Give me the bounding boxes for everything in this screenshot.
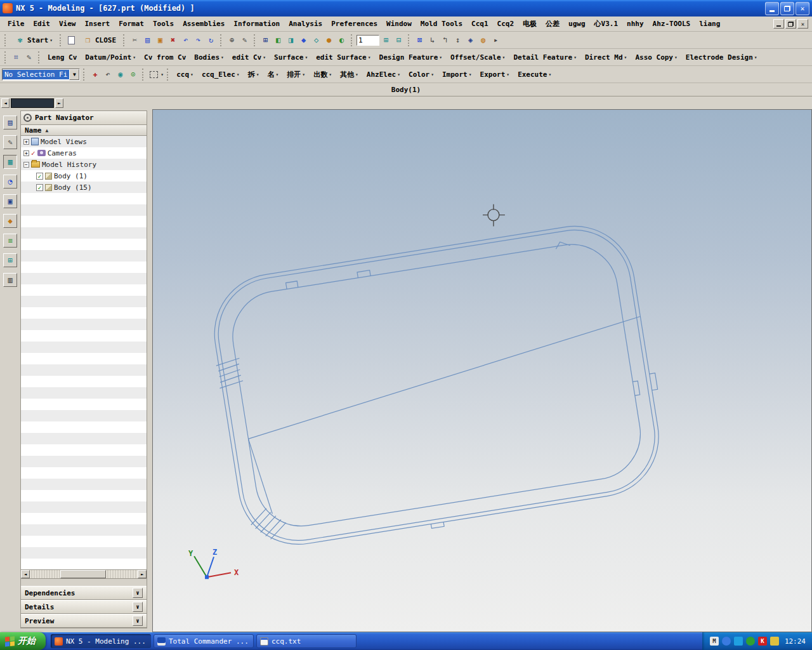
close-part-button[interactable]: ❒ CLOSE — [78, 32, 120, 48]
part-navigator-icon[interactable]: ▦ — [3, 155, 17, 169]
toolbar-item-datum-point[interactable]: Datum/Point▾ — [81, 51, 140, 63]
toolbar-grip[interactable] — [167, 69, 169, 81]
toolbar-item-ming[interactable]: 名▾ — [264, 68, 283, 81]
layer-field[interactable] — [357, 35, 379, 46]
menu-item-nhhy[interactable]: nhhy — [623, 18, 648, 29]
messenger-icon[interactable] — [722, 637, 731, 646]
pin-icon[interactable] — [23, 114, 32, 122]
menu-item-edit[interactable]: Edit — [30, 18, 55, 29]
toolbar-item-paikai[interactable]: 排开▾ — [283, 68, 309, 81]
scroll-right-icon[interactable]: ► — [138, 570, 147, 578]
sketch-grid-icon[interactable]: ⌗ — [10, 51, 22, 63]
tree-row-model-history[interactable]: − Model History — [21, 159, 147, 170]
expand-toggle-icon[interactable]: + — [23, 150, 29, 156]
perspective-icon[interactable]: ◈ — [464, 34, 476, 46]
cut-icon[interactable]: ✂ — [129, 34, 141, 46]
toolbar-grip[interactable] — [123, 34, 126, 46]
toolbar-grip[interactable] — [60, 34, 62, 46]
toolbar-item-ccq-elec[interactable]: ccq_Elec▾ — [198, 69, 244, 81]
undo-icon[interactable]: ↶ — [180, 34, 192, 46]
toolbar-grip[interactable] — [4, 51, 7, 63]
antivirus-icon[interactable]: K — [758, 637, 767, 646]
mdi-close-button[interactable]: ✕ — [797, 19, 808, 29]
toolbar-item-direct-md[interactable]: Direct Md▾ — [581, 51, 631, 63]
tree-row-body-15[interactable]: ✓ Body (15) — [21, 182, 147, 193]
toolbar-grip[interactable] — [38, 51, 41, 63]
minimize-button[interactable] — [765, 2, 779, 15]
repeat-command-icon[interactable]: ↻ — [205, 34, 217, 46]
graphics-viewport[interactable]: X Y Z — [152, 109, 812, 632]
menu-item-gongcha[interactable]: 公差 — [542, 18, 563, 30]
toolbar-item-edit-cv[interactable]: edit Cv▾ — [228, 51, 270, 63]
paste-icon[interactable]: ▣ — [154, 34, 166, 46]
menu-item-mold-tools[interactable]: Mold Tools — [417, 18, 466, 29]
collapse-toggle-icon[interactable]: − — [23, 162, 29, 168]
toolbar-item-chai[interactable]: 拆▾ — [244, 68, 263, 81]
menu-item-ccq1[interactable]: Ccq1 — [468, 18, 492, 29]
rotate-view-icon[interactable]: ↰ — [439, 34, 451, 46]
menu-item-tools[interactable]: Tools — [149, 18, 178, 29]
document-tab[interactable]: Body(1) — [391, 86, 421, 94]
orient-view-icon[interactable]: ⊠ — [414, 34, 426, 46]
select-previous-icon[interactable]: ↶ — [102, 69, 114, 81]
zoom-in-out-icon[interactable]: ↕ — [452, 34, 464, 46]
selection-filter-combo[interactable]: No Selection Fi ▼ — [2, 69, 80, 81]
wireframe-model[interactable] — [204, 216, 674, 557]
menu-item-insert[interactable]: Insert — [81, 18, 114, 29]
menu-item-analysis[interactable]: Analysis — [285, 18, 326, 29]
menu-item-view[interactable]: View — [55, 18, 80, 29]
menu-item-ahz-tools[interactable]: Ahz-TOOLS — [649, 18, 695, 29]
snap-end-icon[interactable]: ⊟ — [393, 34, 405, 46]
combo-dropdown-icon[interactable]: ▼ — [69, 69, 79, 80]
taskbar-task-total-commander[interactable]: Total Commander ... — [154, 634, 254, 648]
mdi-minimize-button[interactable] — [773, 19, 784, 29]
menu-item-information[interactable]: Information — [230, 18, 284, 29]
menu-item-dianji[interactable]: 电极 — [519, 18, 540, 30]
menu-item-window[interactable]: Window — [383, 18, 416, 29]
tree-row-model-views[interactable]: + Model Views — [21, 136, 147, 147]
toolbar-item-chushu[interactable]: 出数▾ — [310, 68, 336, 81]
tree-row-cameras[interactable]: + ✓ Cameras — [21, 147, 147, 159]
resource-bar-handle[interactable] — [11, 98, 54, 108]
resource-bar-forward-icon[interactable]: ► — [55, 98, 63, 108]
isometric-view-icon[interactable]: ◆ — [298, 34, 310, 46]
menu-item-format[interactable]: Format — [115, 18, 148, 29]
hd3d-tools-icon[interactable]: ▣ — [3, 194, 17, 208]
details-section-header[interactable]: Details ∨ — [21, 600, 147, 614]
toolbar-grip[interactable] — [4, 34, 7, 46]
dependencies-section-header[interactable]: Dependencies ∨ — [21, 586, 147, 600]
fit-view-icon[interactable]: ● — [323, 34, 335, 46]
toolbar-item-bodies[interactable]: Bodies▾ — [190, 51, 228, 63]
toolbar-item-offset-scale[interactable]: Offset/Scale▾ — [447, 51, 509, 63]
toolbar-item-leng-cv[interactable]: Leng Cv — [44, 51, 81, 63]
toolbar-grip[interactable] — [254, 34, 256, 46]
toolbar-item-color[interactable]: Color▾ — [405, 69, 438, 81]
toolbar-overflow-icon[interactable]: ▸ — [490, 34, 502, 46]
trimetric-view-icon[interactable]: ◇ — [310, 34, 322, 46]
volume-icon[interactable] — [770, 637, 779, 646]
new-part-icon[interactable] — [65, 34, 77, 46]
snap-point-icon[interactable]: ⊞ — [380, 34, 392, 46]
history-palette-icon[interactable]: ≡ — [3, 234, 17, 248]
toolbar-item-asso-copy[interactable]: Asso Copy▾ — [631, 51, 681, 63]
mdi-restore-button[interactable] — [785, 19, 796, 29]
toolbar-item-surface[interactable]: Surface▾ — [270, 51, 311, 63]
zoom-icon[interactable]: ◐ — [336, 34, 348, 46]
sketch-pencil-icon[interactable]: ✎ — [23, 51, 35, 63]
toolbar-item-qita[interactable]: 其他▾ — [336, 68, 362, 81]
toolbar-grip[interactable] — [408, 34, 410, 46]
toolbar-item-ahzelec[interactable]: AhzElec▾ — [363, 69, 404, 81]
toolbar-item-cv-from-cv[interactable]: Cv from Cv — [140, 51, 190, 63]
toolbar-item-design-feature[interactable]: Design Feature▾ — [376, 51, 447, 63]
toolbar-grip[interactable] — [351, 34, 353, 46]
menu-item-file[interactable]: File — [4, 18, 29, 29]
chevron-down-icon[interactable]: ∨ — [133, 588, 143, 598]
materials-palette-icon[interactable]: ⊞ — [3, 253, 17, 267]
roles-palette-icon[interactable]: ▥ — [3, 273, 17, 287]
toolbar-grip[interactable] — [83, 69, 86, 81]
restore-button[interactable] — [780, 2, 794, 15]
annotation-icon[interactable]: ✎ — [239, 34, 251, 46]
expand-toggle-icon[interactable]: + — [23, 139, 29, 145]
toolbar-item-edit-surface[interactable]: edit Surface▾ — [312, 51, 374, 63]
toolbar-grip[interactable] — [142, 69, 145, 81]
